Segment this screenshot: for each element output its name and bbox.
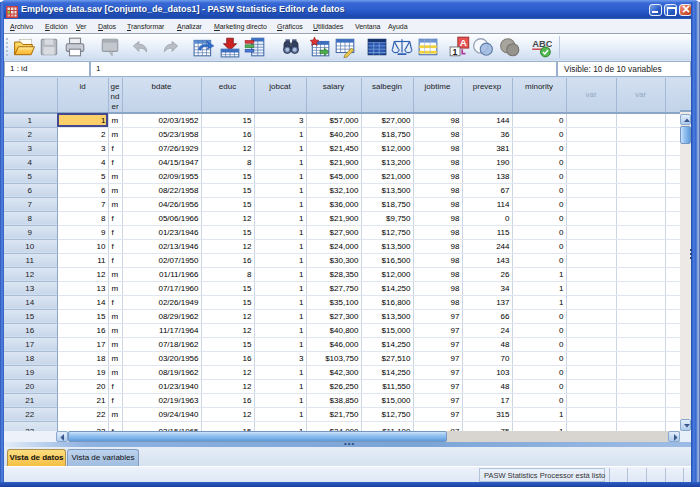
svg-text:1: 1: [453, 47, 458, 57]
svg-text:ABC: ABC: [532, 39, 552, 49]
svg-text:A: A: [460, 37, 467, 48]
